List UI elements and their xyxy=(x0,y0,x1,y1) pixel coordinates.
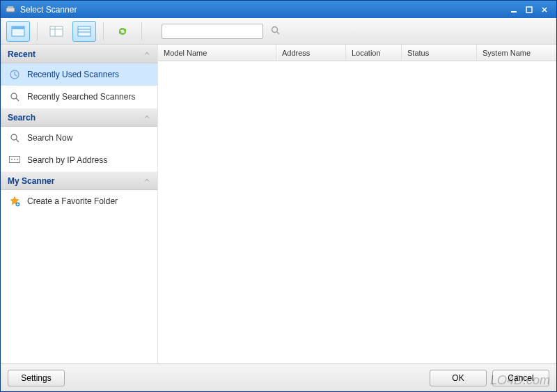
cancel-button[interactable]: Cancel xyxy=(492,370,549,386)
settings-button[interactable]: Settings xyxy=(8,370,65,386)
svg-line-16 xyxy=(16,98,19,101)
close-button[interactable] xyxy=(537,4,552,15)
toolbar xyxy=(1,18,556,45)
svg-rect-9 xyxy=(78,26,91,36)
sidebar-item-label: Search by IP Address xyxy=(27,155,107,165)
svg-rect-5 xyxy=(12,26,24,29)
col-system-name[interactable]: System Name xyxy=(477,45,556,61)
svg-rect-6 xyxy=(50,26,63,36)
toolbar-separator xyxy=(37,22,38,40)
sidebar-item-create-favorite[interactable]: Create a Favorite Folder xyxy=(1,190,157,212)
sidebar-group-recent[interactable]: Recent xyxy=(1,45,157,63)
svg-point-15 xyxy=(11,93,17,99)
toolbar-separator xyxy=(141,22,142,40)
content-area: Recent Recently Used Scanners Recently S… xyxy=(1,45,556,363)
col-model-name[interactable]: Model Name xyxy=(158,45,276,61)
search-icon xyxy=(9,91,20,102)
table-header: Model Name Address Location Status Syste… xyxy=(158,45,556,61)
group-label: My Scanner xyxy=(8,176,54,186)
chevron-down-icon xyxy=(143,176,150,186)
view-details-button[interactable] xyxy=(72,21,96,42)
svg-rect-1 xyxy=(8,6,13,8)
sidebar-item-label: Create a Favorite Folder xyxy=(27,196,118,206)
search-icon xyxy=(271,25,280,38)
sidebar-group-myscanner[interactable]: My Scanner xyxy=(1,171,157,190)
window-title: Select Scanner xyxy=(20,5,506,15)
view-list-button[interactable] xyxy=(45,21,68,42)
view-large-button[interactable] xyxy=(6,21,30,42)
group-label: Search xyxy=(8,113,36,123)
maximize-button[interactable] xyxy=(521,4,537,15)
star-add-icon xyxy=(9,196,20,207)
ok-button[interactable]: OK xyxy=(430,370,487,386)
sidebar-item-label: Search Now xyxy=(27,133,72,143)
sidebar-item-label: Recently Searched Scanners xyxy=(27,92,135,102)
app-icon xyxy=(5,4,16,15)
svg-point-22 xyxy=(17,159,18,160)
toolbar-separator xyxy=(103,22,104,40)
svg-point-12 xyxy=(272,26,278,32)
chevron-down-icon xyxy=(143,49,150,59)
table-body[interactable] xyxy=(158,61,556,363)
col-status[interactable]: Status xyxy=(402,45,477,61)
search-input[interactable] xyxy=(166,26,271,36)
sidebar-item-recently-searched[interactable]: Recently Searched Scanners xyxy=(1,86,157,108)
ip-icon xyxy=(9,155,20,166)
main-panel: Model Name Address Location Status Syste… xyxy=(158,45,556,363)
svg-point-20 xyxy=(11,159,13,160)
svg-line-18 xyxy=(16,139,19,142)
svg-point-21 xyxy=(14,159,15,160)
select-scanner-window: Select Scanner xyxy=(0,0,557,392)
svg-rect-3 xyxy=(526,7,532,13)
clock-icon xyxy=(9,69,20,80)
sidebar-item-recently-used[interactable]: Recently Used Scanners xyxy=(1,63,157,86)
chevron-down-icon xyxy=(143,113,150,123)
sidebar-group-search[interactable]: Search xyxy=(1,108,157,127)
group-label: Recent xyxy=(8,49,36,59)
sidebar-item-label: Recently Used Scanners xyxy=(27,70,119,79)
search-icon xyxy=(9,132,20,143)
minimize-button[interactable] xyxy=(506,4,521,15)
sidebar-item-search-ip[interactable]: Search by IP Address xyxy=(1,149,157,171)
sidebar: Recent Recently Used Scanners Recently S… xyxy=(1,45,158,363)
svg-rect-2 xyxy=(511,11,517,13)
sidebar-item-search-now[interactable]: Search Now xyxy=(1,127,157,149)
svg-point-17 xyxy=(11,134,17,140)
titlebar: Select Scanner xyxy=(1,1,556,18)
col-address[interactable]: Address xyxy=(276,45,346,61)
toolbar-search[interactable] xyxy=(162,24,263,39)
footer: Settings OK Cancel xyxy=(1,363,556,391)
refresh-button[interactable] xyxy=(111,21,134,42)
svg-line-13 xyxy=(277,31,280,34)
col-location[interactable]: Location xyxy=(346,45,402,61)
